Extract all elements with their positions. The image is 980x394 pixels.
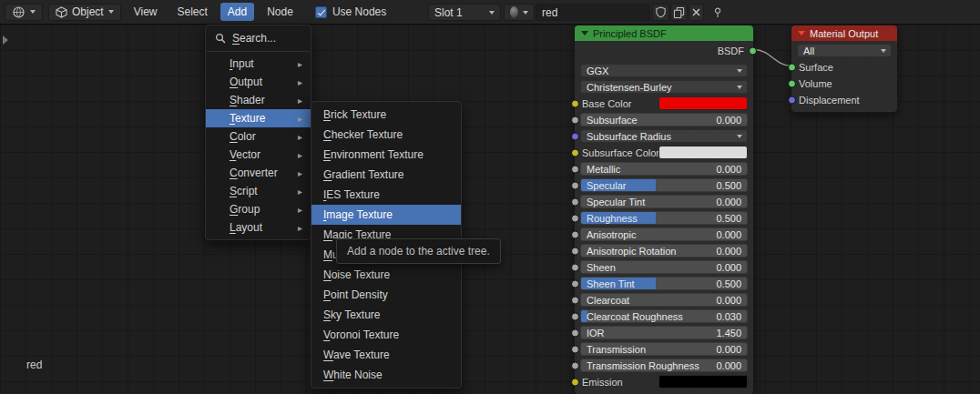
value-slider[interactable]: Specular 0.500 xyxy=(580,178,748,192)
input-socket[interactable] xyxy=(571,99,579,107)
menu-item-shader[interactable]: Shader xyxy=(206,91,311,109)
pin-button[interactable] xyxy=(709,4,725,21)
value-slider[interactable]: Transmission Roughness 0.000 xyxy=(580,359,748,372)
input-socket[interactable] xyxy=(571,361,579,369)
menu-select[interactable]: Select xyxy=(169,3,214,21)
value-slider[interactable]: Subsurface 0.000 xyxy=(580,113,748,126)
collapse-icon[interactable] xyxy=(581,31,588,35)
value-slider[interactable]: Anisotropic 0.000 xyxy=(580,227,748,241)
input-socket[interactable] xyxy=(571,296,579,304)
slider-label: Transmission Roughness xyxy=(581,360,699,371)
menu-item-output[interactable]: Output xyxy=(206,73,311,91)
menu-item-image-texture[interactable]: Image Texture xyxy=(311,205,461,225)
material-output-node[interactable]: Material Output All Surface Volume Displ… xyxy=(791,25,898,113)
target-dropdown[interactable]: All xyxy=(797,44,892,57)
menu-item-converter[interactable]: Converter xyxy=(206,164,311,182)
input-socket[interactable] xyxy=(571,197,579,206)
menu-item-environment-texture[interactable]: Environment Texture xyxy=(311,145,461,165)
surface-input-socket[interactable] xyxy=(788,63,796,71)
value-slider[interactable]: Metallic 0.000 xyxy=(580,162,748,176)
input-socket[interactable] xyxy=(571,328,579,337)
unlink-material-button[interactable] xyxy=(689,4,704,21)
submenu-arrow-icon xyxy=(298,77,302,87)
menu-item-script[interactable]: Script xyxy=(206,182,311,200)
value-slider[interactable]: Roughness 0.500 xyxy=(580,211,748,225)
menu-item-voronoi-texture[interactable]: Voronoi Texture xyxy=(311,325,461,345)
input-socket[interactable] xyxy=(571,378,579,386)
browse-material-dropdown[interactable] xyxy=(504,4,535,21)
input-socket[interactable] xyxy=(571,230,579,238)
color-swatch[interactable] xyxy=(658,375,748,389)
collapse-icon[interactable] xyxy=(798,31,805,35)
subsurface-method-dropdown[interactable]: Christensen-Burley xyxy=(580,80,748,94)
menu-item-wave-texture[interactable]: Wave Texture xyxy=(311,345,461,365)
input-socket[interactable] xyxy=(571,116,579,124)
value-slider[interactable]: Transmission 0.000 xyxy=(580,342,748,356)
close-icon xyxy=(691,7,701,17)
slider-value: 0.000 xyxy=(716,262,747,273)
input-socket[interactable] xyxy=(571,345,579,353)
color-swatch[interactable] xyxy=(658,146,748,159)
use-nodes-checkbox[interactable] xyxy=(315,6,327,18)
menu-separator xyxy=(207,51,310,52)
input-socket[interactable] xyxy=(571,263,579,271)
menu-item-layout[interactable]: Layout xyxy=(206,218,311,237)
menu-item-vector[interactable]: Vector xyxy=(206,146,311,164)
principled-bsdf-node[interactable]: Principled BSDF BSDF GGX Christensen-Bur… xyxy=(574,25,754,394)
menu-item-gradient-texture[interactable]: Gradient Texture xyxy=(311,165,461,185)
chevron-down-icon xyxy=(108,10,114,14)
value-slider[interactable]: Clearcoat 0.000 xyxy=(580,293,748,307)
material-name-field[interactable]: red xyxy=(536,4,650,21)
menu-item-sky-texture[interactable]: Sky Texture xyxy=(311,305,461,325)
input-socket[interactable] xyxy=(571,312,579,320)
input-socket[interactable] xyxy=(571,148,579,157)
input-socket[interactable] xyxy=(571,247,579,255)
menu-item-point-density[interactable]: Point Density xyxy=(311,285,461,305)
pin-icon xyxy=(712,7,723,18)
search-label: Search... xyxy=(232,32,276,45)
sidebar-toggle-icon[interactable] xyxy=(3,35,8,45)
menu-item-input[interactable]: Input xyxy=(206,55,311,73)
node-header[interactable]: Material Output xyxy=(791,25,897,41)
subsurface-radius-dropdown[interactable]: Subsurface Radius xyxy=(580,129,748,143)
displacement-input-socket[interactable] xyxy=(788,96,796,104)
value-slider[interactable]: Sheen 0.000 xyxy=(580,260,748,274)
menu-item-white-noise[interactable]: White Noise xyxy=(311,365,461,385)
color-swatch[interactable] xyxy=(658,96,748,110)
menu-item-brick-texture[interactable]: Brick Texture xyxy=(311,105,461,125)
menu-item-texture[interactable]: Texture xyxy=(206,109,311,127)
new-material-button[interactable] xyxy=(670,4,688,21)
input-socket[interactable] xyxy=(571,132,579,140)
menu-view[interactable]: View xyxy=(127,3,165,21)
input-socket[interactable] xyxy=(571,214,579,222)
node-row-ior: IOR 1.450 xyxy=(580,326,748,339)
row-label: Subsurface Radius xyxy=(581,131,671,142)
value-slider[interactable]: Anisotropic Rotation 0.000 xyxy=(580,244,748,258)
value-slider[interactable]: Sheen Tint 0.500 xyxy=(580,277,748,290)
value-slider[interactable]: Clearcoat Roughness 0.030 xyxy=(580,309,748,323)
menu-item-group[interactable]: Group xyxy=(206,200,311,218)
distribution-dropdown[interactable]: GGX xyxy=(580,64,748,77)
menu-item-noise-texture[interactable]: Noise Texture xyxy=(311,265,461,285)
node-header[interactable]: Principled BSDF xyxy=(575,25,753,41)
menu-item-search[interactable]: Search... xyxy=(206,28,311,48)
input-socket[interactable] xyxy=(571,279,579,288)
value-slider[interactable]: IOR 1.450 xyxy=(580,326,748,339)
bsdf-output-socket[interactable] xyxy=(749,46,757,55)
slider-label: Specular xyxy=(581,180,626,191)
menu-node[interactable]: Node xyxy=(260,3,301,21)
shader-type-dropdown[interactable]: Object xyxy=(48,4,121,21)
volume-input-socket[interactable] xyxy=(788,79,796,87)
value-slider[interactable]: Specular Tint 0.000 xyxy=(580,195,748,208)
input-socket[interactable] xyxy=(571,165,579,173)
menu-item-color[interactable]: Color xyxy=(206,127,311,146)
editor-type-button[interactable] xyxy=(5,4,43,21)
fake-user-button[interactable] xyxy=(652,4,669,21)
node-row-specular-tint: Specular Tint 0.000 xyxy=(580,195,748,208)
menu-item-checker-texture[interactable]: Checker Texture xyxy=(311,125,461,145)
input-socket[interactable] xyxy=(571,181,579,189)
menu-item-ies-texture[interactable]: IES Texture xyxy=(311,185,461,205)
menu-add[interactable]: Add xyxy=(220,3,254,21)
slot-dropdown[interactable]: Slot 1 xyxy=(428,4,501,21)
row-label: Surface xyxy=(797,62,833,73)
